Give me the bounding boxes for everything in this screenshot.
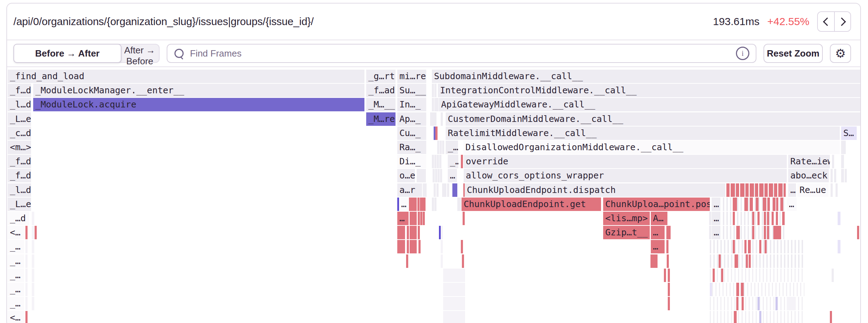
frame-sliver[interactable] xyxy=(433,169,435,182)
frame-sliver[interactable] xyxy=(410,212,417,225)
frame-sliver[interactable] xyxy=(439,155,441,168)
frame-sliver[interactable] xyxy=(417,169,426,182)
frame-bar[interactable]: mi…re xyxy=(397,70,426,83)
frame-sliver[interactable] xyxy=(668,297,670,310)
frame-bar[interactable]: … xyxy=(712,226,720,239)
frame-sliver[interactable] xyxy=(436,98,439,111)
frame-sliver[interactable] xyxy=(437,155,439,168)
frame-sliver[interactable] xyxy=(667,254,669,268)
frame-bar[interactable]: ChunkUploa…point.post xyxy=(603,198,710,211)
frame-sliver[interactable] xyxy=(767,226,769,239)
frame-sliver[interactable] xyxy=(746,254,748,268)
frame-bar[interactable]: S… xyxy=(841,127,857,140)
frame-sliver[interactable] xyxy=(418,212,420,225)
frame-bar[interactable]: RatelimitMiddleware.__call__ xyxy=(446,127,840,140)
frame-sliver[interactable] xyxy=(434,112,436,126)
frame-sliver[interactable] xyxy=(772,212,774,225)
frame-bar[interactable]: _g…rt xyxy=(366,70,396,83)
frame-sliver[interactable] xyxy=(763,198,766,211)
frame-bar[interactable]: … xyxy=(399,198,408,211)
frame-sliver[interactable] xyxy=(417,198,420,211)
frame-sliver[interactable] xyxy=(767,212,769,225)
frame-sliver[interactable] xyxy=(438,169,440,182)
frame-sliver[interactable] xyxy=(773,226,781,239)
frame-sliver[interactable] xyxy=(773,198,775,211)
frame-sliver[interactable] xyxy=(764,212,766,225)
frame-sliver[interactable] xyxy=(719,254,721,268)
frame-sliver[interactable] xyxy=(435,169,437,182)
frame-sliver[interactable] xyxy=(710,240,804,253)
frame-bar[interactable]: _… xyxy=(8,269,24,282)
frame-sliver[interactable] xyxy=(736,283,739,296)
frame-bar[interactable]: _L…e xyxy=(8,112,31,126)
frame-sliver[interactable] xyxy=(432,155,434,168)
frame-sliver[interactable] xyxy=(775,297,778,310)
frame-bar[interactable]: o…e xyxy=(397,169,415,182)
frame-bar[interactable]: _L…e xyxy=(8,198,31,211)
frame-sliver[interactable] xyxy=(735,254,738,268)
frame-sliver[interactable] xyxy=(443,269,465,282)
frame-sliver[interactable] xyxy=(742,297,744,310)
frame-bar[interactable]: … xyxy=(788,183,796,197)
frame-sliver[interactable] xyxy=(834,169,836,182)
frame-sliver[interactable] xyxy=(434,155,436,168)
frame-bar[interactable]: _ModuleLockManager.__enter__ xyxy=(33,84,364,97)
frame-bar[interactable]: … xyxy=(651,226,665,239)
frame-sliver[interactable] xyxy=(733,212,735,225)
frame-sliver[interactable] xyxy=(776,212,778,225)
frame-sliver[interactable] xyxy=(452,183,457,197)
frame-sliver[interactable] xyxy=(459,198,461,211)
frame-bar[interactable]: _… xyxy=(8,254,24,268)
frame-bar[interactable]: _… xyxy=(446,141,458,154)
frame-bar[interactable]: … xyxy=(712,198,720,211)
flamegraph[interactable]: _find_and_load_g…rtmi…reSubdomainMiddlew… xyxy=(7,4,860,323)
frame-bar[interactable]: <lis…mp> xyxy=(603,212,650,225)
frame-sliver[interactable] xyxy=(841,141,846,154)
frame-bar[interactable]: CustomerDomainMiddleware.__call__ xyxy=(446,112,860,126)
frame-sliver[interactable] xyxy=(748,240,751,253)
frame-bar[interactable]: <m…> xyxy=(8,141,31,154)
frame-bar[interactable]: Rate…iew xyxy=(788,155,830,168)
frame-sliver[interactable] xyxy=(712,283,804,296)
frame-bar[interactable]: a…r xyxy=(397,183,422,197)
frame-sliver[interactable] xyxy=(441,254,443,268)
frame-sliver[interactable] xyxy=(410,226,417,239)
frame-sliver[interactable] xyxy=(418,226,420,239)
frame-bar[interactable]: _… xyxy=(8,240,24,253)
frame-sliver[interactable] xyxy=(420,212,422,225)
frame-sliver[interactable] xyxy=(440,169,442,182)
frame-sliver[interactable] xyxy=(756,198,759,211)
frame-sliver[interactable] xyxy=(25,297,28,310)
frame-sliver[interactable] xyxy=(434,183,436,197)
frame-sliver[interactable] xyxy=(668,283,670,296)
frame-sliver[interactable] xyxy=(435,127,438,140)
frame-sliver[interactable] xyxy=(397,226,405,239)
frame-sliver[interactable] xyxy=(830,311,832,323)
frame-sliver[interactable] xyxy=(423,212,425,225)
frame-bar[interactable]: _f…d xyxy=(8,169,31,182)
frame-sliver[interactable] xyxy=(443,297,465,310)
frame-bar[interactable]: _ModuleLock.acquire xyxy=(33,98,364,111)
frame-sliver[interactable] xyxy=(410,240,417,253)
frame-sliver[interactable] xyxy=(787,297,795,310)
frame-sliver[interactable] xyxy=(447,183,449,197)
frame-sliver[interactable] xyxy=(710,269,804,282)
frame-bar[interactable]: <… xyxy=(8,311,24,323)
frame-sliver[interactable] xyxy=(423,198,426,211)
frame-sliver[interactable] xyxy=(757,212,760,225)
frame-sliver[interactable] xyxy=(441,226,443,239)
frame-bar[interactable]: Gzip…t__ xyxy=(603,226,650,239)
frame-sliver[interactable] xyxy=(734,311,737,323)
frame-bar[interactable]: Re…ue xyxy=(797,183,828,197)
frame-sliver[interactable] xyxy=(407,226,409,239)
frame-sliver[interactable] xyxy=(441,240,443,253)
frame-sliver[interactable] xyxy=(440,141,442,154)
frame-sliver[interactable] xyxy=(442,141,444,154)
frame-sliver[interactable] xyxy=(831,183,833,197)
frame-sliver[interactable] xyxy=(736,226,740,239)
frame-bar[interactable]: _l…d xyxy=(8,183,31,197)
frame-bar[interactable]: … xyxy=(448,169,457,182)
frame-sliver[interactable] xyxy=(32,297,34,310)
frame-bar[interactable]: IntegrationControlMiddleware.__call__ xyxy=(438,84,860,97)
frame-sliver[interactable] xyxy=(744,240,747,253)
